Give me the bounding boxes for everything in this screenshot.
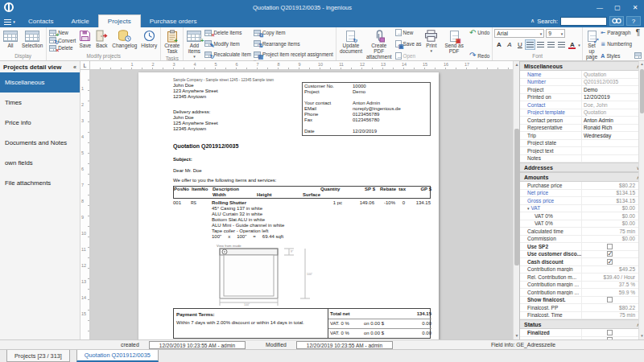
field-project-text[interactable]: Project text▼ — [520, 147, 644, 155]
italic-button[interactable]: A — [505, 40, 514, 49]
scrollbar-thumb[interactable] — [640, 69, 644, 113]
redo-button[interactable]: ↷Redo — [469, 52, 489, 60]
section-miscellaneous[interactable]: Miscellaneous∧ — [520, 61, 644, 71]
tab-stop-selector[interactable]: L — [80, 61, 90, 70]
field-number[interactable]: NumberQ201912/0035 — [520, 79, 644, 87]
paragraph-button[interactable]: ⇤Paragraph — [601, 29, 632, 36]
update-document-button[interactable]: ↻ Update document — [338, 28, 364, 60]
new-document-button[interactable]: New — [395, 29, 422, 36]
field-use-customer-discount[interactable]: Use customer disco... — [520, 251, 644, 259]
underline-button[interactable]: U — [515, 40, 524, 49]
collapse-ribbon-icon[interactable]: ∧ — [530, 18, 535, 24]
send-as-pdf-button[interactable]: ▣ Send as PDF — [440, 28, 468, 60]
field-vat-0-b[interactable]: VAT 0%$0.00 — [520, 220, 644, 228]
checkbox-checked[interactable] — [607, 251, 613, 257]
field-contribution-margin[interactable]: Contribution margin$49.25 — [520, 266, 644, 274]
sidebar-item-times[interactable]: Times — [0, 93, 80, 113]
expand-icon[interactable]: ▾ — [527, 206, 530, 211]
minimize-button[interactable]: — — [591, 2, 609, 13]
tab-quotation[interactable]: Quotation Q201912/0035 — [76, 350, 159, 362]
checkbox-checked[interactable] — [607, 259, 613, 265]
field-name[interactable]: NameQuotation — [520, 71, 644, 79]
field-net-price[interactable]: Net price$134.15 — [520, 190, 644, 198]
section-amounts[interactable]: Amounts∧ — [520, 172, 644, 182]
sidebar-item-documents-notes[interactable]: Documents and Notes — [0, 133, 80, 153]
field-vat-0-a[interactable]: VAT 0%$0.00 — [520, 212, 644, 220]
selection-button[interactable]: Selection — [20, 28, 44, 52]
tab-article[interactable]: Article — [63, 14, 98, 27]
section-status[interactable]: Status∧ — [520, 319, 644, 329]
align-right-button[interactable] — [547, 40, 555, 49]
field-vat[interactable]: ▾VAT$0.00 — [520, 205, 644, 213]
align-left-button[interactable] — [526, 40, 535, 49]
modify-item-button[interactable]: ✎Modify item — [204, 40, 251, 47]
open-button[interactable]: Open — [395, 52, 422, 60]
field-contact[interactable]: ContactDoe, John… — [520, 101, 644, 109]
field-representative[interactable]: RepresentativeRonald Rich▼ — [520, 125, 644, 133]
tab-projects-list[interactable]: Projects [23 / 313] — [6, 350, 70, 362]
field-finalized[interactable]: Finalized — [520, 329, 644, 337]
copy-item-button[interactable]: ⧉Copy item — [254, 29, 333, 36]
undo-button[interactable]: ↶Undo — [469, 29, 489, 36]
checkbox-unchecked[interactable] — [607, 297, 613, 302]
rearrange-items-button[interactable]: ⇅Rearrange items — [254, 40, 333, 47]
field-finalcost-time[interactable]: Finalcost. Time75 min — [520, 312, 644, 320]
create-pdf-attachment-button[interactable]: Create PDF attachment — [365, 28, 394, 60]
bold-button[interactable]: A — [494, 40, 503, 49]
field-project-state[interactable]: Project state▼ — [520, 140, 644, 148]
create-task-button[interactable]: + Create Task — [163, 28, 181, 55]
tab-purchase-orders[interactable]: Purchase orders — [141, 14, 206, 27]
align-center-button[interactable] — [536, 40, 545, 49]
receipt-assignment-button[interactable]: ▤Project item receipt assignment — [254, 51, 333, 58]
font-color-button[interactable]: A — [568, 40, 576, 49]
collapse-sidebar-icon[interactable]: « — [73, 64, 76, 70]
sidebar-item-file-attachments[interactable]: File attachments — [0, 173, 80, 193]
save-button[interactable]: Save — [77, 28, 93, 52]
field-printed-on[interactable]: Printed on12/20/2019▼ — [520, 94, 644, 102]
font-size-select[interactable]: 9▾ — [546, 29, 565, 38]
add-items-button[interactable]: + Add items ▾ — [185, 28, 203, 59]
field-calculated-time[interactable]: Calculated time75 min — [520, 228, 644, 236]
field-project[interactable]: ProjectDemo▼ — [520, 86, 644, 94]
set-up-page-button[interactable]: ⤢ Set up page — [584, 28, 599, 60]
convert-button[interactable]: ↻Convert — [49, 37, 76, 44]
delete-items-button[interactable]: ×Delete items — [204, 29, 251, 36]
save-as-button[interactable]: ▣Save as — [395, 40, 422, 47]
file-menu-button[interactable]: ▾ — [0, 16, 19, 27]
field-show-finalcost[interactable]: Show finalcost. — [520, 297, 644, 305]
styles-button[interactable]: AStyles — [601, 52, 632, 60]
formatting-marks-button[interactable]: ¶ — [636, 29, 640, 36]
all-button[interactable]: All — [2, 28, 19, 52]
print-button[interactable]: Print ▾ — [423, 28, 440, 60]
sidebar-item-price-info[interactable]: Price info — [0, 113, 80, 133]
recalculate-item-button[interactable]: ↻Recalculate item — [204, 51, 251, 58]
help-button[interactable]: ? — [626, 16, 641, 26]
field-rel-contribution[interactable]: Rel. Contribution m...$39.40 / Hour — [520, 274, 644, 282]
field-contact-person[interactable]: Contact personAnton Admin▼ — [520, 117, 644, 125]
align-justify-button[interactable] — [557, 40, 566, 49]
delete-project-button[interactable]: ×Delete — [49, 44, 76, 51]
new-project-button[interactable]: +New — [49, 29, 76, 36]
sidebar-item-miscellaneous[interactable]: Miscellaneous — [0, 72, 80, 93]
panel-scrollbar[interactable]: ▲ ▼ — [638, 61, 644, 339]
tab-projects[interactable]: Projects — [98, 14, 141, 27]
field-contribution-margin-pct1[interactable]: Contribution margin ...37.5 % — [520, 282, 644, 290]
insert-table-button[interactable] — [634, 52, 642, 60]
maximize-button[interactable]: ▢ — [609, 2, 626, 13]
field-project-template[interactable]: Project templateQuotation▼ — [520, 109, 644, 117]
back-button[interactable]: Back — [93, 28, 109, 52]
changelog-button[interactable]: Changelog — [110, 28, 138, 52]
field-finalcost-pp[interactable]: Finalcost. PP$80.22 — [520, 304, 644, 312]
field-cash-discount[interactable]: Cash discount — [520, 258, 644, 266]
field-trip[interactable]: TripWednesday▼ — [520, 132, 644, 140]
document-page[interactable]: Sample Company - Sample street 1245 - 12… — [138, 72, 439, 339]
field-use-sp2[interactable]: Use SP2 — [520, 243, 644, 251]
history-button[interactable]: History — [139, 28, 159, 52]
section-addresses[interactable]: Addresses∨ — [520, 162, 644, 172]
sidebar-item-own-fields[interactable]: own fields — [0, 153, 80, 173]
field-gross-price[interactable]: Gross price$134.15 — [520, 197, 644, 205]
scroll-up-icon[interactable]: ▲ — [639, 61, 644, 68]
close-button[interactable]: ✕ — [626, 2, 644, 13]
tab-contacts[interactable]: Contacts — [19, 14, 63, 27]
field-commission[interactable]: Commission$0.00 — [520, 236, 644, 244]
